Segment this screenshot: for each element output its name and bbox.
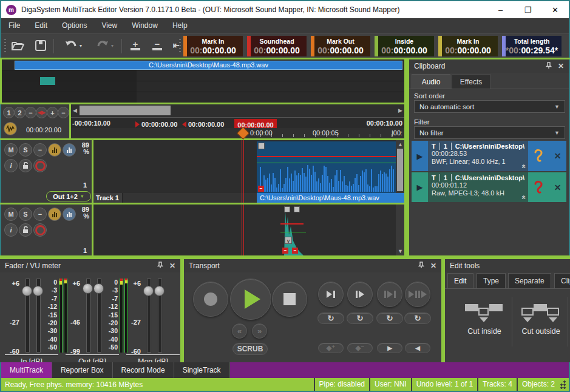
object-green-level-line[interactable] bbox=[257, 163, 396, 163]
fader-knob[interactable] bbox=[154, 286, 165, 296]
close-panel-icon[interactable]: ✕ bbox=[558, 62, 564, 70]
loop-button-1[interactable]: ↻ bbox=[317, 313, 344, 324]
collapse-chevrons-icon[interactable]: « bbox=[520, 164, 528, 169]
object-red-level-line[interactable] bbox=[257, 156, 396, 157]
next-marker-button[interactable]: ▶ bbox=[377, 343, 402, 353]
minimize-button[interactable]: – bbox=[487, 1, 514, 18]
object2-red-level-line[interactable] bbox=[280, 223, 304, 225]
clipboard-item[interactable]: ▶ T 1 C:\Users\nin\Desktop\ 00:00:01.12 … bbox=[412, 172, 566, 202]
play-from-mark-button[interactable] bbox=[347, 282, 373, 307]
tab-multitrack[interactable]: MultiTrack bbox=[1, 362, 52, 378]
zoom-minus-button[interactable]: − bbox=[25, 107, 36, 118]
overview-object-2[interactable] bbox=[40, 77, 55, 85]
clip-item-body[interactable]: T 1 C:\Users\nin\Desktop\ 00:00:01.12 Ra… bbox=[428, 172, 528, 202]
object2-v-marker[interactable]: v bbox=[285, 237, 292, 244]
track1-output-dropdown[interactable]: Out 1+2 ▼ bbox=[46, 191, 91, 201]
track2-info-button[interactable]: i bbox=[4, 223, 18, 237]
scroll-up-icon[interactable]: ▲ bbox=[398, 141, 403, 147]
track2-meter-gold-icon[interactable] bbox=[48, 208, 61, 221]
nudge-forward-button[interactable]: » bbox=[252, 323, 267, 339]
zoom-out-track-icon[interactable]: − bbox=[149, 38, 165, 53]
vscrollbar-thumb[interactable] bbox=[397, 149, 403, 191]
close-panel-icon[interactable]: ✕ bbox=[169, 262, 175, 270]
pin-icon[interactable] bbox=[546, 62, 552, 71]
loop-button-2[interactable]: ↻ bbox=[347, 313, 373, 324]
scrub-button[interactable]: SCRUB bbox=[232, 343, 268, 355]
track1-meter-gold-icon[interactable] bbox=[48, 143, 61, 157]
tick-strip[interactable]: 0:00:00 00:00:05 |00: bbox=[71, 128, 404, 138]
mark-in-flag[interactable]: 00:00:00.00 bbox=[135, 121, 177, 128]
track1-info-button[interactable]: i bbox=[4, 159, 18, 172]
track2-mute-button[interactable]: M bbox=[4, 208, 18, 221]
track1-name-tab[interactable]: Track 1 bbox=[93, 193, 123, 203]
clip-delete-button[interactable]: ✕ bbox=[549, 141, 566, 171]
tab-type[interactable]: Type bbox=[477, 273, 506, 288]
collapse-chevrons-icon[interactable]: « bbox=[520, 195, 528, 200]
object-label-bar[interactable]: C:\Users\nin\Desktop\Maus-48.mp3.wav bbox=[257, 193, 404, 203]
track1-record-button[interactable] bbox=[33, 159, 47, 172]
menu-help[interactable]: Help bbox=[165, 18, 195, 33]
delete-marker-button[interactable]: ◆⁻ bbox=[347, 343, 373, 353]
cut-inside-button[interactable] bbox=[465, 302, 504, 322]
playhead-diamond[interactable] bbox=[237, 127, 249, 140]
menu-options[interactable]: Options bbox=[55, 18, 94, 33]
scrollbar-thumb[interactable] bbox=[80, 106, 171, 115]
track2-flat-button[interactable]: − bbox=[33, 208, 47, 221]
clipboard-item[interactable]: ▶ T 1 C:\Users\nin\Desktop\ 00:00:28.53 … bbox=[412, 141, 566, 171]
object-gain-handle[interactable]: − bbox=[258, 186, 264, 192]
object2-gain-handle2[interactable]: − bbox=[292, 248, 298, 254]
loop-button-3[interactable]: ↻ bbox=[376, 313, 403, 324]
zoom-in-button[interactable]: + bbox=[47, 107, 58, 118]
zoom-preset-1-button[interactable]: 1 bbox=[3, 107, 15, 118]
tab-singletrack[interactable]: SingleTrack bbox=[174, 362, 230, 378]
goto-start-icon[interactable]: ⇤ bbox=[169, 38, 185, 53]
cut-outside-button[interactable] bbox=[521, 302, 560, 322]
track2-meter-blue-icon[interactable] bbox=[63, 208, 76, 221]
pin-icon[interactable] bbox=[418, 262, 424, 271]
record-button[interactable] bbox=[193, 282, 228, 317]
tab-separate[interactable]: Separate bbox=[508, 273, 551, 288]
menu-window[interactable]: Window bbox=[124, 18, 165, 33]
object-fade-handle[interactable] bbox=[258, 143, 265, 149]
track2-lock-icon[interactable] bbox=[19, 223, 32, 237]
save-icon[interactable] bbox=[33, 38, 49, 53]
zoom-out-button[interactable]: − bbox=[58, 107, 69, 118]
fader-knob[interactable] bbox=[83, 283, 93, 294]
play-between-marks-button[interactable] bbox=[377, 282, 402, 307]
filter-dropdown[interactable]: No filter▼ bbox=[414, 126, 565, 139]
prev-marker-button[interactable]: ◀ bbox=[405, 343, 430, 353]
object2-gain-handle[interactable]: − bbox=[282, 248, 288, 254]
play-to-mark-button[interactable] bbox=[318, 282, 344, 307]
overview-object-bar[interactable]: C:\Users\nin\Desktop\Maus-48.mp3.wav bbox=[15, 61, 402, 70]
track1-mute-button[interactable]: M bbox=[4, 143, 18, 157]
toolbar-grip2[interactable] bbox=[179, 39, 181, 53]
track2-content[interactable]: v − − ▼ bbox=[93, 204, 404, 255]
tab-reporter-box[interactable]: Reporter Box bbox=[52, 362, 113, 378]
track2-solo-button[interactable]: S bbox=[19, 208, 32, 221]
object2-green-level-line[interactable] bbox=[280, 232, 306, 232]
clip-play-button[interactable]: ▶ bbox=[412, 172, 428, 202]
track1-solo-button[interactable]: S bbox=[19, 143, 32, 157]
maximize-button[interactable]: ❐ bbox=[514, 1, 541, 18]
track1-lock-icon[interactable] bbox=[19, 159, 32, 172]
mark-out-flag[interactable]: 00:00:00.00 bbox=[182, 121, 224, 128]
sort-order-dropdown[interactable]: No automatic sort▼ bbox=[414, 100, 565, 113]
track-vscrollbar[interactable]: ▲ bbox=[396, 140, 404, 193]
zoom-in-track-icon[interactable]: + bbox=[127, 38, 143, 53]
scroll-right-icon[interactable]: ▶ bbox=[398, 107, 402, 113]
track1-meter-blue-icon[interactable] bbox=[63, 143, 76, 157]
prelisten-ear-button[interactable] bbox=[528, 172, 549, 202]
zoom-marks-button[interactable]: ◀▶ bbox=[36, 107, 47, 118]
fader-knob[interactable] bbox=[33, 286, 43, 296]
track1-flat-button[interactable]: − bbox=[33, 143, 47, 157]
close-panel-icon[interactable]: ✕ bbox=[430, 262, 436, 270]
prelisten-ear-button[interactable] bbox=[528, 141, 549, 171]
fader-knob[interactable] bbox=[93, 283, 104, 294]
track1-content[interactable]: Track 1 − C:\Users\nin\Desktop\Maus-48.m… bbox=[93, 140, 404, 203]
pin-icon[interactable] bbox=[157, 262, 163, 271]
clip-play-button[interactable]: ▶ bbox=[412, 141, 428, 171]
add-marker-button[interactable]: ◆⁺ bbox=[318, 343, 344, 353]
open-file-icon[interactable] bbox=[10, 38, 25, 53]
scroll-down-icon[interactable]: ▼ bbox=[398, 248, 403, 254]
toolbar-grip[interactable] bbox=[4, 39, 6, 53]
